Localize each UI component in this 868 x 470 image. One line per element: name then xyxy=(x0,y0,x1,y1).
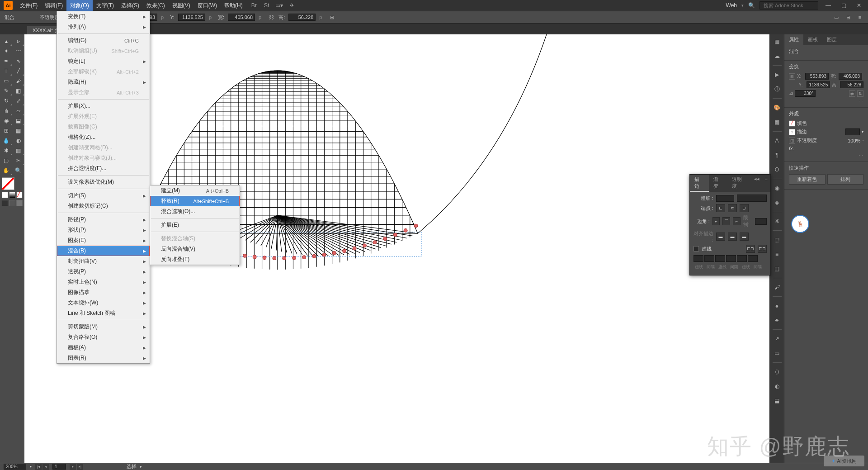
menu-select[interactable]: 选择(S) xyxy=(118,0,143,11)
dock-libraries-icon[interactable]: ☁ xyxy=(772,51,783,62)
dock-asset-export-icon[interactable]: ↗ xyxy=(772,333,783,344)
h-input[interactable] xyxy=(288,14,316,21)
menu-item-M[interactable]: 设为像素级优化(M) xyxy=(57,177,150,187)
menu-item-LineSketch[interactable]: Line 和 Sketch 图稿▶ xyxy=(57,308,150,318)
align-icon[interactable]: ▭ xyxy=(833,14,840,21)
stock-icon[interactable]: St xyxy=(263,1,271,9)
dash-3[interactable] xyxy=(737,255,747,262)
dock-flattener-icon[interactable]: ⬓ xyxy=(772,395,783,406)
menu-edit[interactable]: 编辑(E) xyxy=(41,0,66,11)
dashed-checkbox[interactable] xyxy=(693,246,699,252)
corner-round-icon[interactable]: ⌒ xyxy=(722,217,730,225)
menu-item-M[interactable]: 剪切蒙版(M)▶ xyxy=(57,322,150,332)
type-tool[interactable]: T xyxy=(0,66,12,76)
w-prop-input[interactable] xyxy=(839,73,862,80)
angle-input[interactable] xyxy=(795,90,816,97)
workspace-label[interactable]: Web xyxy=(726,2,737,9)
opacity-dropdown-icon[interactable]: › xyxy=(862,138,863,142)
dock-separations-icon[interactable]: ◐ xyxy=(772,381,783,392)
dash-align-icon[interactable]: ⊏⊐ xyxy=(758,245,767,253)
arrange-button[interactable]: 排列 xyxy=(827,174,864,185)
symbol-sprayer-tool[interactable]: ✱ xyxy=(0,146,12,156)
link-wh-icon[interactable]: ⛓ xyxy=(268,14,275,21)
menu-item-S[interactable]: 切片(S)▶ xyxy=(57,190,150,201)
dock-opentype-icon[interactable]: O xyxy=(772,164,783,175)
dock-symbols-icon[interactable]: ❋ xyxy=(772,216,783,227)
menu-item-O[interactable]: 复合路径(O)▶ xyxy=(57,332,150,342)
flip-h-icon[interactable]: ⇄ xyxy=(849,90,855,97)
direct-selection-tool[interactable]: ▹ xyxy=(12,36,24,46)
blend-tool[interactable]: ◐ xyxy=(12,136,24,146)
magic-wand-tool[interactable]: ✦ xyxy=(0,46,12,56)
transform-icon[interactable]: ⊞ xyxy=(328,14,335,21)
stroke-tab-gradient[interactable]: 渐变 xyxy=(709,175,728,192)
menu-item-A[interactable]: 画板(A)▶ xyxy=(57,342,150,353)
rotate-tool[interactable]: ↻ xyxy=(0,96,12,106)
search-icon[interactable]: 🔍 xyxy=(748,2,755,9)
menu-item-A[interactable]: 排列(A)▶ xyxy=(57,22,150,32)
dock-align-icon[interactable]: ≡ xyxy=(772,249,783,260)
dock-transform-icon[interactable]: ⬚ xyxy=(772,234,783,245)
mesh-tool[interactable]: ⊞ xyxy=(0,126,12,136)
zoom-input[interactable] xyxy=(4,464,26,470)
stroke-panel-menu-icon[interactable]: ≡ xyxy=(762,175,770,192)
screen-present[interactable] xyxy=(16,200,23,206)
dock-suit2-icon[interactable]: ♣ xyxy=(772,315,783,326)
artboard-last-icon[interactable]: ▸| xyxy=(77,464,83,470)
menu-item-N[interactable]: 实时上色(N)▶ xyxy=(57,277,150,287)
graph-tool[interactable]: ▥ xyxy=(12,146,24,156)
y-prop-input[interactable] xyxy=(807,81,830,88)
fill-swatch[interactable] xyxy=(2,177,14,190)
menu-item-R[interactable]: 图表(R)▶ xyxy=(57,353,150,363)
menu-item-X[interactable]: 扩展(X)... xyxy=(57,101,150,111)
eraser-tool[interactable]: ◧ xyxy=(12,86,24,96)
cap-round-icon[interactable]: ⊂ xyxy=(728,204,737,212)
tab-properties[interactable]: 属性 xyxy=(784,34,803,45)
shape-mode-icon[interactable]: ⊟ xyxy=(844,14,852,21)
menu-item-L[interactable]: 锁定(L)▶ xyxy=(57,56,150,66)
h-prop-input[interactable] xyxy=(840,81,863,88)
fx-label[interactable]: fx. xyxy=(789,146,794,151)
submenu-item-E[interactable]: 扩展(E) xyxy=(150,220,240,230)
dash-preserve-icon[interactable]: ⊏⊐ xyxy=(746,245,755,253)
menu-item-P[interactable]: 透视(P)▶ xyxy=(57,266,150,277)
perspective-tool[interactable]: ⬓ xyxy=(12,116,24,126)
screen-normal[interactable] xyxy=(2,200,8,206)
menu-item-P[interactable]: 形状(P)▶ xyxy=(57,225,150,235)
free-transform-tool[interactable]: ▱ xyxy=(12,106,24,116)
submenu-item-M[interactable]: 建立(M)Alt+Ctrl+B xyxy=(150,185,240,196)
recolor-button[interactable]: 重新着色 xyxy=(789,174,826,185)
pen-tool[interactable]: ✒ xyxy=(0,56,12,66)
gap-2[interactable] xyxy=(726,255,736,262)
y-input[interactable] xyxy=(178,14,205,21)
dock-artboards-icon[interactable]: ▭ xyxy=(772,348,783,359)
shaper-tool[interactable]: ✎ xyxy=(0,86,12,96)
line-tool[interactable]: ╱ xyxy=(12,66,24,76)
tab-artboards[interactable]: 画板 xyxy=(803,34,822,45)
menu-window[interactable]: 窗口(W) xyxy=(194,0,221,11)
menu-view[interactable]: 视图(V) xyxy=(169,0,194,11)
gpu-icon[interactable]: ✈ xyxy=(288,1,296,9)
eyedropper-tool[interactable]: 💧 xyxy=(0,136,12,146)
stroke-weight-field[interactable] xyxy=(716,195,734,202)
dock-brushes-icon[interactable]: 🖌 xyxy=(772,282,783,293)
menu-item-Z[interactable]: 栅格化(Z)... xyxy=(57,132,150,142)
menu-item-G[interactable]: 编组(G)Ctrl+G xyxy=(57,35,150,46)
stroke-tab-transparency[interactable]: 透明度 xyxy=(727,175,751,192)
window-close[interactable]: ✕ xyxy=(854,1,864,9)
artboard-prev-icon[interactable]: ◂ xyxy=(42,464,49,470)
cap-butt-icon[interactable]: ⊏ xyxy=(716,204,725,212)
corner-bevel-icon[interactable]: ⌐ xyxy=(733,217,741,225)
submenu-item-V[interactable]: 反向混合轴(V) xyxy=(150,244,240,254)
dash-2[interactable] xyxy=(715,255,725,262)
menu-item-V[interactable]: 封套扭曲(V)▶ xyxy=(57,256,150,266)
stroke-panel-collapse-icon[interactable]: ◂◂ xyxy=(751,175,762,192)
dock-actions-icon[interactable]: ▶ xyxy=(772,69,783,80)
hand-tool[interactable]: ✋ xyxy=(0,166,12,176)
dock-css-icon[interactable]: ⟨⟩ xyxy=(772,366,783,377)
dock-paragraph-icon[interactable]: ¶ xyxy=(772,150,783,161)
rectangle-tool[interactable]: ▭ xyxy=(0,76,12,86)
slice-tool[interactable]: ✂ xyxy=(12,156,24,166)
appearance-more-icon[interactable]: ⋯ xyxy=(789,153,863,159)
stroke-swatch-icon[interactable]: ? xyxy=(789,129,795,135)
